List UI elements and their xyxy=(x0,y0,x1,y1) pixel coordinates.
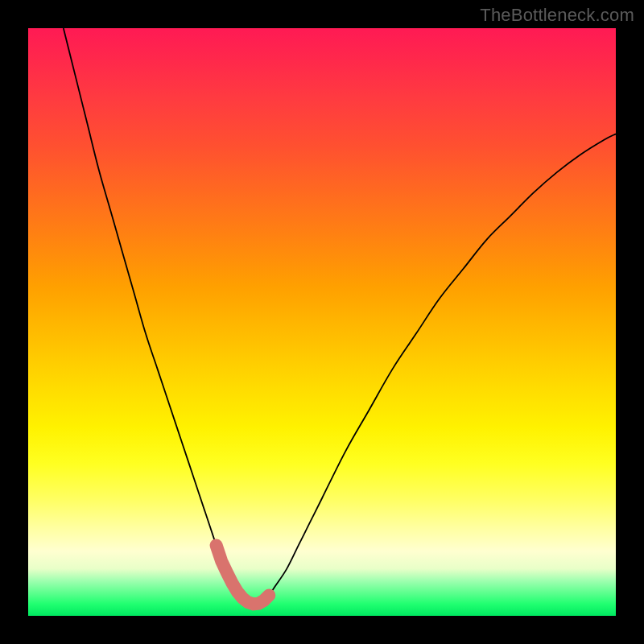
watermark-text: TheBottleneck.com xyxy=(480,5,634,26)
chart-svg xyxy=(28,28,616,616)
curve-left-branch xyxy=(64,28,240,595)
chart-container: TheBottleneck.com xyxy=(0,0,644,644)
curve-right-branch xyxy=(240,134,616,604)
minimum-marker xyxy=(217,545,270,604)
